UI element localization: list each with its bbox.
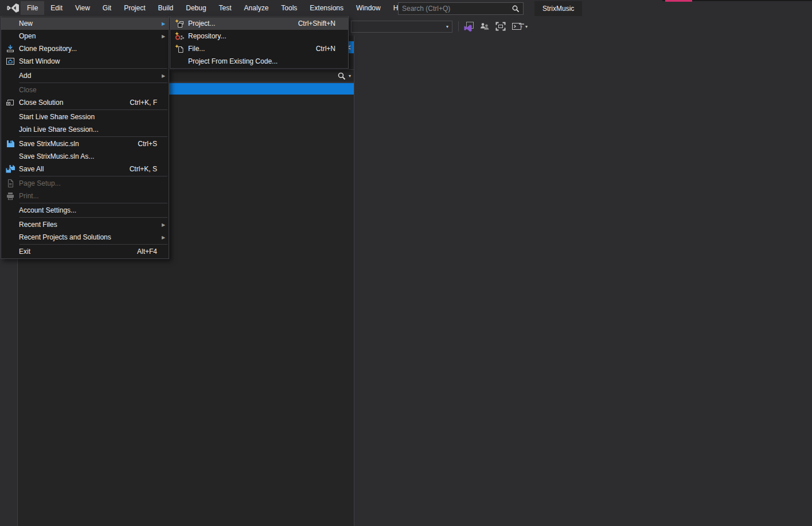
- menu-separator: [19, 203, 167, 203]
- menubar-item-build[interactable]: Build: [152, 1, 180, 15]
- menu-item-shortcut: Alt+F4: [137, 248, 169, 256]
- submenu-arrow-icon: ▶: [158, 73, 169, 78]
- menubar-item-extensions[interactable]: Extensions: [303, 1, 350, 15]
- menu-item-label: Print...: [19, 192, 45, 200]
- menu-item-account-settings[interactable]: Account Settings...: [1, 204, 169, 217]
- submenu-arrow-icon: ▶: [158, 21, 169, 26]
- live-share-icon: [463, 21, 474, 32]
- menu-separator: [19, 136, 167, 137]
- menu-item-label: File...: [188, 45, 210, 53]
- menu-item-label: Account Settings...: [19, 206, 82, 214]
- menu-item-exit[interactable]: Exit Alt+F4: [1, 245, 169, 258]
- menubar-item-test[interactable]: Test: [213, 1, 238, 15]
- menubar-item-edit[interactable]: Edit: [44, 1, 69, 15]
- start-window-icon: [6, 57, 15, 66]
- menu-item-add[interactable]: Add ▶: [1, 69, 169, 82]
- menu-separator: [19, 83, 167, 83]
- team-button[interactable]: [478, 20, 491, 33]
- menu-item-join-live-share-session[interactable]: Join Live Share Session...: [1, 123, 169, 136]
- menubar-item-tools[interactable]: Tools: [275, 1, 303, 15]
- menu-item-close: Close: [1, 84, 169, 96]
- search-options-caret-icon[interactable]: ▾: [346, 73, 354, 78]
- menubar-item-window[interactable]: Window: [350, 1, 387, 15]
- selection-frame-icon: [495, 21, 506, 32]
- menu-item-label: Project...: [188, 19, 221, 28]
- submenu-arrow-icon: ▶: [158, 235, 169, 240]
- menu-item-print: Print...: [1, 190, 169, 202]
- menu-separator: [19, 109, 167, 110]
- selection-frame-button[interactable]: [494, 20, 507, 33]
- close-solution-icon: [6, 98, 15, 107]
- search-icon: [337, 72, 346, 80]
- chevron-down-icon: ▾: [518, 25, 525, 29]
- save-all-icon: [5, 164, 15, 174]
- menubar-item-project[interactable]: Project: [118, 1, 151, 15]
- menu-item-label: New: [19, 19, 38, 28]
- menu-item-label: Join Live Share Session...: [19, 125, 104, 134]
- menu-item-new[interactable]: New ▶: [1, 17, 169, 30]
- new-file-icon: [174, 44, 185, 53]
- menu-item-label: Clone Repository...: [19, 45, 83, 53]
- menu-item-new-repository[interactable]: Repository...: [170, 30, 348, 42]
- menu-item-label: Start Live Share Session: [19, 113, 100, 121]
- visual-studio-logo-icon: [6, 3, 21, 13]
- menu-item-label: Recent Files: [19, 221, 63, 229]
- clone-repository-icon: [6, 44, 15, 53]
- menu-item-new-project[interactable]: Project... Ctrl+Shift+N: [170, 17, 348, 30]
- quick-search-box[interactable]: [398, 2, 524, 15]
- menubar-item-analyze[interactable]: Analyze: [238, 1, 275, 15]
- menu-item-label: Add: [19, 72, 37, 80]
- menu-separator: [19, 217, 167, 218]
- menu-item-save-solution-as[interactable]: Save StrixMusic.sln As...: [1, 150, 169, 163]
- menu-item-shortcut: Ctrl+S: [138, 140, 169, 148]
- menu-item-label: Project From Existing Code...: [188, 57, 283, 65]
- terminal-dropdown-caret-icon[interactable]: ▾: [525, 24, 528, 29]
- menu-item-new-file[interactable]: File... Ctrl+N: [170, 42, 348, 55]
- save-icon: [6, 139, 15, 148]
- chevron-down-icon: ▾: [443, 24, 452, 29]
- menubar-item-debug[interactable]: Debug: [179, 1, 212, 15]
- menu-separator: [19, 68, 167, 69]
- new-submenu-popup: Project... Ctrl+Shift+N Repository...: [170, 16, 349, 69]
- menu-item-shortcut: Ctrl+K, S: [130, 165, 169, 173]
- menu-item-page-setup: Page Setup...: [1, 177, 169, 190]
- print-icon: [6, 191, 15, 201]
- quick-search-input[interactable]: [402, 5, 512, 13]
- menu-item-save-solution[interactable]: Save StrixMusic.sln Ctrl+S: [1, 138, 169, 150]
- menu-item-label: Exit: [19, 248, 36, 256]
- menu-item-recent-projects-and-solutions[interactable]: Recent Projects and Solutions ▶: [1, 231, 169, 244]
- menu-item-close-solution[interactable]: Close Solution Ctrl+K, F: [1, 96, 169, 109]
- floating-window-title-tab[interactable]: StrixMusic: [534, 1, 582, 16]
- menu-item-shortcut: Ctrl+N: [316, 45, 348, 53]
- submenu-arrow-icon: ▶: [158, 34, 169, 39]
- menu-item-save-all[interactable]: Save All Ctrl+K, S: [1, 163, 169, 175]
- search-icon: [512, 5, 520, 13]
- window-title: StrixMusic: [542, 5, 574, 13]
- menu-item-shortcut: Ctrl+K, F: [130, 99, 169, 107]
- new-project-icon: [174, 19, 185, 28]
- menu-item-open[interactable]: Open ▶: [1, 30, 169, 42]
- menu-item-label: Repository...: [188, 32, 232, 40]
- menu-item-label: Close: [19, 86, 42, 94]
- file-menu-popup: New ▶ Open ▶ Clone Repository...: [1, 16, 169, 259]
- menubar-item-file[interactable]: File: [21, 1, 44, 15]
- menu-item-label: Page Setup...: [19, 179, 67, 187]
- menu-separator: [19, 244, 167, 245]
- live-share-button[interactable]: [462, 20, 475, 33]
- menubar-item-git[interactable]: Git: [96, 1, 118, 15]
- toolbar-overflow-button[interactable]: ▾: [518, 23, 525, 29]
- menu-item-label: Close Solution: [19, 99, 69, 107]
- menu-item-project-from-existing-code[interactable]: Project From Existing Code...: [170, 55, 348, 68]
- people-icon: [479, 22, 490, 31]
- toolbar-combobox[interactable]: ▾: [351, 21, 452, 33]
- menu-item-start-window[interactable]: Start Window: [1, 55, 169, 68]
- menu-item-start-live-share-session[interactable]: Start Live Share Session: [1, 111, 169, 123]
- menubar-item-view[interactable]: View: [69, 1, 96, 15]
- menu-item-recent-files[interactable]: Recent Files ▶: [1, 218, 169, 231]
- toolbar-separator: [458, 21, 459, 32]
- menu-item-label: Start Window: [19, 57, 65, 65]
- menu-item-shortcut: Ctrl+Shift+N: [298, 19, 348, 28]
- new-repository-icon: [174, 32, 185, 41]
- menu-separator: [19, 176, 167, 176]
- menu-item-clone-repository[interactable]: Clone Repository...: [1, 42, 169, 55]
